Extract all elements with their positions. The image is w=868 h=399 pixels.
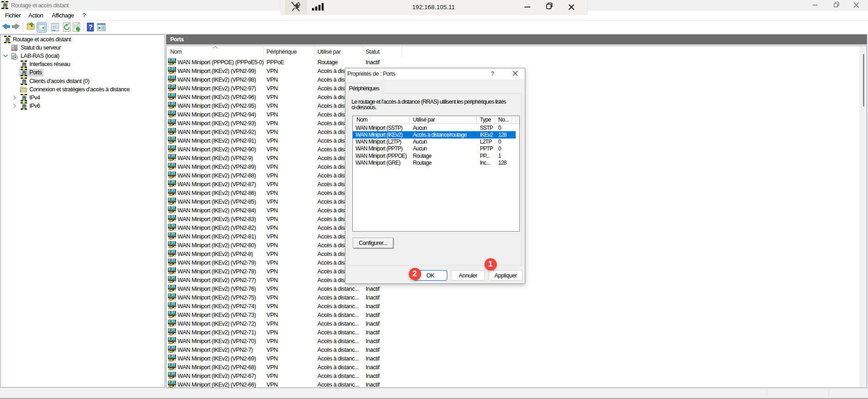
svg-text:?: ? xyxy=(89,23,93,31)
